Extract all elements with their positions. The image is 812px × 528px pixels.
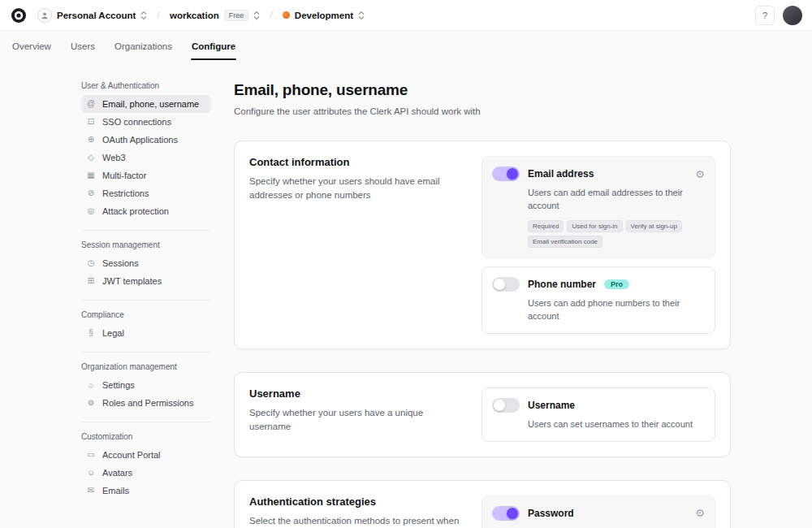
setting-badges: Required Used for sign-in Verify at sign… bbox=[528, 220, 705, 248]
setting-header: Email address ⚙ bbox=[492, 167, 705, 181]
card-authentication-strategies: Authentication strategies Select the aut… bbox=[234, 480, 731, 528]
breadcrumb-environment[interactable]: Development bbox=[279, 8, 369, 23]
gear-icon[interactable]: ⚙ bbox=[695, 508, 705, 518]
page-title: Email, phone, username bbox=[234, 81, 731, 99]
header-actions: ? bbox=[755, 6, 802, 25]
jwt-templates-icon: ⊞ bbox=[86, 277, 96, 285]
sidebar-item-label: JWT templates bbox=[102, 276, 162, 286]
password-toggle[interactable] bbox=[492, 506, 520, 521]
sidebar-item-roles-and-permissions[interactable]: ⊚ Roles and Permissions bbox=[81, 394, 211, 412]
emails-icon: ✉ bbox=[86, 487, 96, 495]
username-toggle[interactable] bbox=[492, 398, 520, 413]
sidebar-divider bbox=[81, 422, 211, 422]
sidebar-item-jwt-templates[interactable]: ⊞ JWT templates bbox=[81, 272, 211, 290]
sidebar-item-attack-protection[interactable]: ◎ Attack protection bbox=[81, 202, 211, 220]
sidebar-item-label: Emails bbox=[102, 486, 129, 496]
at-sign-icon: @ bbox=[86, 100, 96, 108]
chevron-updown-icon bbox=[358, 11, 365, 20]
email-address-toggle[interactable] bbox=[492, 167, 520, 181]
pro-badge: Pro bbox=[604, 279, 629, 289]
sidebar-item-legal[interactable]: § Legal bbox=[81, 324, 211, 342]
card-info: Contact information Specify whether your… bbox=[249, 156, 462, 334]
badge-required: Required bbox=[528, 220, 564, 232]
setting-name: Password bbox=[528, 508, 574, 519]
sidebar-item-label: OAuth Applications bbox=[102, 135, 178, 145]
chevron-updown-icon bbox=[253, 11, 260, 20]
setting-name: Username bbox=[528, 400, 575, 411]
setting-header: Password ⚙ bbox=[492, 506, 705, 521]
settings-cards: Contact information Specify whether your… bbox=[234, 141, 731, 528]
sidebar-item-email-phone-username[interactable]: @ Email, phone, username bbox=[81, 95, 211, 113]
roles-icon: ⊚ bbox=[86, 399, 96, 407]
phone-number-toggle[interactable] bbox=[492, 277, 520, 292]
sidebar-item-sso-connections[interactable]: ⊡ SSO connections bbox=[81, 113, 211, 131]
sidebar-section-title: Organization management bbox=[81, 362, 211, 371]
sidebar-item-emails[interactable]: ✉ Emails bbox=[81, 482, 211, 500]
breadcrumb: Personal Account / workcation Free / De bbox=[10, 6, 369, 25]
sidebar-section-title: Compliance bbox=[81, 310, 211, 319]
breadcrumb-application[interactable]: workcation Free bbox=[166, 7, 264, 24]
sidebar-item-label: Multi-factor bbox=[102, 171, 146, 180]
environment-dot-icon bbox=[283, 11, 290, 19]
breadcrumb-separator: / bbox=[157, 9, 160, 21]
shield-icon: ◎ bbox=[86, 207, 96, 215]
sidebar-item-label: Web3 bbox=[102, 153, 126, 162]
tab-overview[interactable]: Overview bbox=[11, 34, 52, 60]
card-description: Specify whether your users have a unique… bbox=[249, 406, 462, 435]
sidebar-item-settings[interactable]: ⌂ Settings bbox=[81, 376, 211, 394]
tab-organizations[interactable]: Organizations bbox=[114, 34, 173, 60]
sidebar-item-web3[interactable]: ◇ Web3 bbox=[81, 149, 211, 167]
account-avatar-icon bbox=[37, 8, 52, 23]
content-area: User & Authentication @ Email, phone, us… bbox=[0, 60, 812, 528]
account-name: Personal Account bbox=[57, 11, 136, 20]
help-button[interactable]: ? bbox=[755, 6, 775, 25]
user-avatar[interactable] bbox=[783, 6, 802, 25]
card-title: Authentication strategies bbox=[249, 496, 462, 508]
tab-users[interactable]: Users bbox=[70, 34, 96, 60]
sidebar-item-label: Email, phone, username bbox=[102, 99, 199, 109]
badge-verify-at-sign-up: Verify at sign-up bbox=[626, 220, 682, 232]
sidebar-item-multi-factor[interactable]: ▦ Multi-factor bbox=[81, 167, 211, 184]
sidebar-item-oauth-applications[interactable]: ⊕ OAuth Applications bbox=[81, 131, 211, 149]
sidebar-item-sessions[interactable]: ◷ Sessions bbox=[81, 254, 211, 272]
card-settings: Password ⚙ Users can sign in with a pass… bbox=[482, 496, 715, 528]
setting-description: Users can add email addresses to their a… bbox=[528, 187, 705, 213]
top-header: Personal Account / workcation Free / De bbox=[0, 0, 812, 31]
setting-header: Phone number Pro bbox=[492, 277, 705, 292]
sidebar-item-label: Attack protection bbox=[102, 206, 169, 216]
web3-icon: ◇ bbox=[86, 154, 96, 162]
main-panel: Email, phone, username Configure the use… bbox=[234, 81, 731, 528]
card-description: Specify whether your users should have e… bbox=[249, 175, 462, 203]
sidebar-item-restrictions[interactable]: ⊘ Restrictions bbox=[81, 184, 211, 202]
multi-factor-icon: ▦ bbox=[86, 171, 96, 180]
card-title: Username bbox=[249, 387, 462, 400]
sidebar-item-label: Sessions bbox=[102, 258, 139, 268]
tab-configure[interactable]: Configure bbox=[191, 34, 236, 60]
tab-bar: Overview Users Organizations Configure bbox=[0, 31, 812, 60]
sidebar-item-label: Legal bbox=[102, 328, 124, 338]
org-settings-icon: ⌂ bbox=[86, 381, 96, 389]
card-settings: Email address ⚙ Users can add email addr… bbox=[482, 156, 715, 334]
card-username: Username Specify whether your users have… bbox=[234, 372, 731, 457]
card-settings: Username Users can set usernames to thei… bbox=[482, 387, 715, 442]
sidebar-item-account-portal[interactable]: ▭ Account Portal bbox=[81, 446, 211, 464]
card-info: Authentication strategies Select the aut… bbox=[249, 496, 462, 528]
setting-username: Username Users can set usernames to thei… bbox=[482, 387, 715, 442]
page-subtitle: Configure the user attributes the Clerk … bbox=[234, 106, 731, 116]
badge-used-for-sign-in: Used for sign-in bbox=[567, 220, 622, 232]
breadcrumb-account[interactable]: Personal Account bbox=[33, 6, 151, 25]
breadcrumb-separator: / bbox=[270, 9, 273, 21]
sidebar-divider bbox=[81, 230, 211, 231]
oauth-icon: ⊕ bbox=[86, 136, 96, 144]
sidebar-section-title: Customization bbox=[81, 432, 211, 441]
sidebar-item-avatars[interactable]: ☺ Avatars bbox=[81, 464, 211, 482]
setting-phone-number: Phone number Pro Users can add phone num… bbox=[482, 266, 715, 334]
clerk-logo[interactable] bbox=[10, 6, 28, 24]
legal-icon: § bbox=[86, 329, 96, 337]
sessions-clock-icon: ◷ bbox=[86, 259, 96, 267]
plan-badge: Free bbox=[224, 10, 249, 21]
sso-icon: ⊡ bbox=[86, 118, 96, 126]
sidebar-item-label: Roles and Permissions bbox=[102, 398, 194, 408]
badge-email-verification-code: Email verification code bbox=[528, 236, 603, 248]
gear-icon[interactable]: ⚙ bbox=[695, 169, 705, 180]
